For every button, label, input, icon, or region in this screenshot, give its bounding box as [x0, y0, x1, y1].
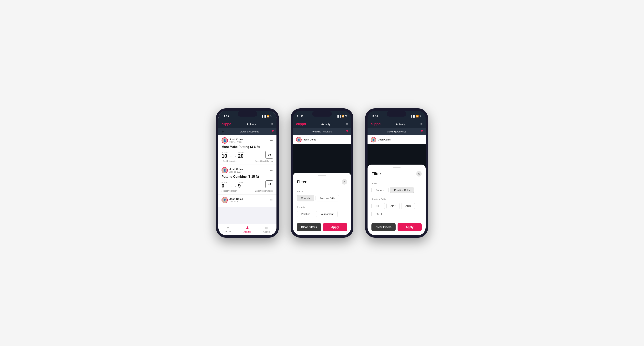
info-icon-1: ℹ	[222, 160, 222, 162]
shots-value-2: 9	[238, 183, 244, 188]
out-of-2: OUT OF	[230, 185, 236, 187]
practice-drills-section-3: Practice Drills OTT APP ARG PUTT	[368, 195, 426, 219]
arg-btn-3[interactable]: ARG	[401, 203, 415, 209]
practice-drills-label-3: Practice Drills	[372, 198, 422, 201]
modal-title-2: Filter	[297, 180, 306, 184]
clear-filters-btn-2[interactable]: Clear Filters	[297, 223, 321, 231]
shots-value-1: 20	[238, 154, 244, 159]
putt-btn-3[interactable]: PUTT	[372, 211, 386, 217]
practice-btn-2[interactable]: Practice	[297, 211, 314, 217]
phone-3: 11:33 ▐▐▐ 📶 51 clippd Activity ≡ Viewing…	[365, 108, 428, 238]
status-icons-1: ▐▐▐ 📶 51	[261, 115, 272, 118]
nav-title-1: Activity	[247, 123, 256, 126]
modal-sheet-3: Filter ✕ Show Rounds Practice Drills	[368, 165, 426, 235]
home-icon-1: ⌂	[227, 225, 229, 230]
tab-activities-label-1: Activities	[244, 231, 251, 233]
rounds-section-2: Rounds Practice Tournament	[293, 203, 351, 219]
apply-btn-3[interactable]: Apply	[398, 223, 422, 231]
tab-capture-1[interactable]: ⊕ Capture	[257, 225, 276, 233]
info-text-1: Test Information	[223, 160, 237, 162]
show-section-3: Show Rounds Practice Drills	[368, 179, 426, 195]
wifi-icon-3: 📶	[416, 115, 419, 118]
filter-dot-2	[346, 130, 348, 132]
tab-activities-1[interactable]: ♟ Activities	[238, 225, 257, 233]
rounds-btn-2[interactable]: Rounds	[297, 195, 314, 201]
user-date-1: 28 Feb 2023	[230, 141, 243, 143]
practice-drills-btn-2[interactable]: Practice Drills	[316, 195, 339, 201]
user-name-1: Josh Coles	[230, 138, 243, 141]
more-btn-1[interactable]: •••	[270, 139, 273, 142]
avatar-dim-2: 👤	[296, 137, 302, 143]
modal-close-2[interactable]: ✕	[342, 179, 347, 184]
nav-bar-3: clippd Activity ≡	[368, 121, 426, 128]
battery-icon-3: 51	[420, 115, 422, 117]
tournament-btn-2[interactable]: Tournament	[316, 211, 338, 217]
apply-btn-2[interactable]: Apply	[323, 223, 347, 231]
user-row-dim-3: 👤 Josh Coles	[368, 135, 426, 144]
menu-icon-2[interactable]: ≡	[346, 122, 348, 126]
logo-1: clippd	[222, 122, 231, 126]
viewing-activities-bg-2: Viewing Activities	[296, 130, 348, 133]
viewing-activities-1: Viewing Activities	[226, 130, 273, 133]
modal-header-2: Filter ✕	[293, 176, 351, 187]
avatar-3: 👤	[222, 197, 228, 203]
viewing-activities-bg-3: Viewing Activities	[371, 130, 422, 133]
stat-group-shots-1: Shots 20	[238, 152, 244, 159]
phones-container: 11:33 ▐▐▐ 📶 51 clippd Activity ≡ ⚙ Viewi…	[216, 108, 428, 238]
user-row-dim-2: 👤 Josh Coles	[293, 135, 351, 144]
activity-footer-1: ℹ Test Information Data: Clippd Capture	[222, 160, 273, 162]
user-info-1: 👤 Josh Coles 28 Feb 2023	[222, 137, 243, 144]
user-dim-3: Josh Coles	[378, 138, 391, 141]
dynamic-island-3	[387, 111, 406, 117]
activity-header-3: 👤 Josh Coles 28 Feb 2023 •••	[222, 197, 273, 203]
user-date-3: 28 Feb 2023	[230, 200, 243, 203]
show-buttons-2: Rounds Practice Drills	[297, 195, 347, 201]
filter-dot-1	[272, 130, 274, 132]
menu-icon-1[interactable]: ≡	[271, 122, 273, 126]
user-details-1: Josh Coles 28 Feb 2023	[230, 138, 243, 143]
nav-title-3: Activity	[396, 123, 405, 126]
tab-home-1[interactable]: ⌂ Home	[218, 225, 238, 233]
ott-btn-3[interactable]: OTT	[372, 203, 385, 209]
score-value-2: 0	[222, 183, 228, 188]
logo-3: clippd	[371, 122, 380, 126]
rounds-buttons-2: Practice Tournament	[297, 211, 347, 217]
menu-icon-3[interactable]: ≡	[420, 122, 422, 126]
practice-drills-btn-3[interactable]: Practice Drills	[390, 187, 414, 193]
close-icon-3: ✕	[418, 172, 420, 175]
rounds-btn-3[interactable]: Rounds	[372, 187, 388, 193]
activities-icon-1: ♟	[246, 225, 249, 230]
user-info-2: 👤 Josh Coles 28 Feb 2023	[222, 167, 243, 173]
time-2: 11:33	[297, 115, 303, 118]
tab-home-label-1: Home	[226, 231, 231, 233]
signal-icon-3: ▐▐▐	[410, 115, 415, 117]
clear-filters-btn-3[interactable]: Clear Filters	[372, 223, 396, 231]
bottom-tabs-1: ⌂ Home ♟ Activities ⊕ Capture	[218, 224, 276, 235]
time-3: 11:33	[372, 115, 378, 118]
activity-title-1: Must Make Putting (3-6 ft)	[222, 145, 273, 149]
stats-row-1: Score 10 OUT OF Shots 20 75	[222, 151, 273, 159]
info-icon-2: ℹ	[222, 190, 222, 192]
logo-2: clippd	[296, 122, 306, 126]
user-info-3: 👤 Josh Coles 28 Feb 2023	[222, 197, 243, 203]
time-1: 11:33	[222, 115, 229, 118]
close-icon-2: ✕	[343, 180, 346, 183]
modal-close-3[interactable]: ✕	[416, 171, 422, 176]
show-label-2: Show	[297, 190, 347, 193]
user-details-3: Josh Coles 28 Feb 2023	[230, 197, 243, 203]
filter-dot-3	[421, 130, 423, 132]
dimmed-content-3: 👤 Josh Coles Filter ✕ Show	[368, 135, 426, 235]
test-info-2: ℹ Test Information	[222, 190, 237, 192]
activity-item-2: 👤 Josh Coles 28 Feb 2023 ••• Putting Com…	[218, 165, 276, 194]
show-label-3: Show	[372, 182, 422, 185]
more-btn-2[interactable]: •••	[270, 169, 273, 172]
modal-header-3: Filter ✕	[368, 168, 426, 179]
more-btn-3[interactable]: •••	[270, 198, 273, 202]
filter-banner-1[interactable]: ⚙ Viewing Activities	[218, 128, 276, 135]
app-btn-3[interactable]: APP	[386, 203, 400, 209]
activity-item-1: 👤 Josh Coles 28 Feb 2023 ••• Must Make P…	[218, 135, 276, 165]
practice-drills-buttons-3: OTT APP ARG PUTT	[372, 203, 422, 217]
capture-icon-1: ⊕	[265, 225, 268, 230]
wifi-icon-2: 📶	[342, 115, 344, 118]
avatar-dim-3: 👤	[371, 137, 376, 143]
